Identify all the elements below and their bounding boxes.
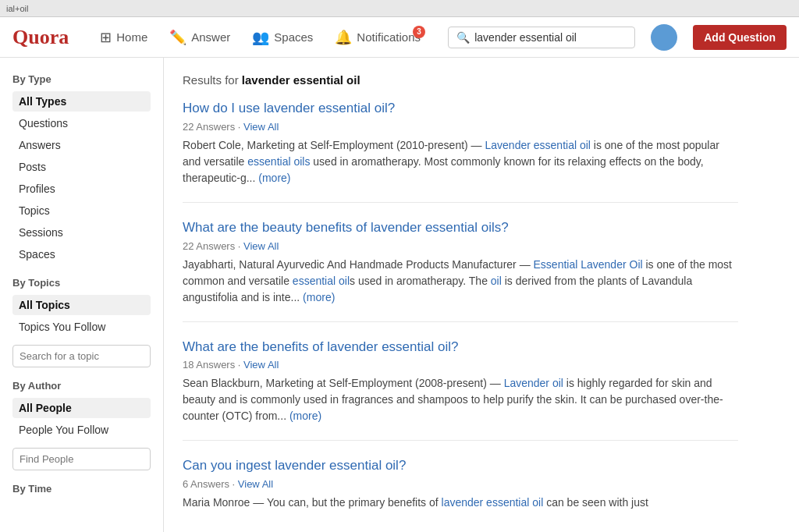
author-filter-list: All PeoplePeople You Follow <box>12 398 151 440</box>
highlight-link[interactable]: essential <box>293 275 339 287</box>
home-nav-item[interactable]: ⊞ Home <box>91 24 157 51</box>
tab-title: ial+oil <box>6 4 28 13</box>
highlight-link[interactable]: Essential Lavender Oil <box>534 258 643 271</box>
result-snippet: Maria Monroe — You can, but the primary … <box>183 495 738 511</box>
result-meta: 18 Answers · View All <box>183 359 738 371</box>
topic-filter-list: All TopicsTopics You Follow <box>12 295 151 337</box>
view-all-link[interactable]: View All <box>243 121 279 133</box>
answer-label: Answer <box>191 30 230 44</box>
highlight-link[interactable]: Lavender oil <box>504 377 563 389</box>
more-link[interactable]: (more) <box>258 172 290 184</box>
search-icon: 🔍 <box>456 31 470 44</box>
sidebar-author-item[interactable]: People You Follow <box>12 420 151 440</box>
sidebar-type-item[interactable]: Profiles <box>12 179 151 199</box>
sidebar-type-item[interactable]: Sessions <box>12 222 151 243</box>
more-link[interactable]: (more) <box>303 291 335 303</box>
result-item: What are the beauty benefits of lavender… <box>183 218 738 322</box>
home-icon: ⊞ <box>100 29 112 46</box>
sidebar-type-item[interactable]: Questions <box>12 113 151 133</box>
sidebar-topic-item[interactable]: Topics You Follow <box>12 317 151 337</box>
answer-nav-item[interactable]: ✏️ Answer <box>160 24 240 51</box>
spaces-nav-item[interactable]: 👥 Spaces <box>243 24 322 51</box>
by-time-title: By Time <box>12 483 151 495</box>
sidebar-type-item[interactable]: Topics <box>12 200 151 221</box>
avatar[interactable] <box>651 24 677 51</box>
result-meta: 22 Answers · View All <box>183 240 738 252</box>
result-item: Can you ingest lavender essential oil?6 … <box>183 456 738 527</box>
highlight-link[interactable]: oil <box>339 275 350 287</box>
result-title[interactable]: What are the benefits of lavender essent… <box>183 338 738 356</box>
results-search-term: lavender essential oil <box>242 73 360 87</box>
result-snippet: Sean Blackburn, Marketing at Self-Employ… <box>183 375 738 424</box>
result-item: How do I use lavender essential oil?22 A… <box>183 99 738 203</box>
spaces-icon: 👥 <box>252 29 269 46</box>
result-title[interactable]: Can you ingest lavender essential oil? <box>183 456 738 475</box>
results-header-prefix: Results for <box>183 73 242 87</box>
content-area: Results for lavender essential oil How d… <box>164 58 757 532</box>
result-item: What are the benefits of lavender essent… <box>183 338 738 442</box>
search-box[interactable]: 🔍 <box>448 27 635 48</box>
notifications-nav-item[interactable]: 🔔 Notifications 3 <box>325 24 430 51</box>
result-meta: 22 Answers · View All <box>183 121 738 133</box>
by-author-title: By Author <box>12 380 151 392</box>
home-label: Home <box>116 30 147 44</box>
search-input[interactable] <box>474 31 627 44</box>
sidebar-topic-item[interactable]: All Topics <box>12 295 151 315</box>
type-filter-list: All TypesQuestionsAnswersPostsProfilesTo… <box>12 91 151 264</box>
sidebar-author-item[interactable]: All People <box>12 398 151 418</box>
main-container: By Type All TypesQuestionsAnswersPostsPr… <box>0 58 799 532</box>
results-header: Results for lavender essential oil <box>183 73 738 87</box>
quora-logo[interactable]: Quora <box>12 26 69 49</box>
result-title[interactable]: How do I use lavender essential oil? <box>183 99 738 118</box>
by-topics-title: By Topics <box>12 277 151 289</box>
topic-search-input[interactable] <box>12 345 151 367</box>
result-title[interactable]: What are the beauty benefits of lavender… <box>183 218 738 237</box>
nav-items: ⊞ Home ✏️ Answer 👥 Spaces 🔔 Notification… <box>91 24 432 51</box>
result-snippet: Robert Cole, Marketing at Self-Employmen… <box>183 137 738 186</box>
more-link[interactable]: (more) <box>289 410 321 422</box>
view-all-link[interactable]: View All <box>238 478 273 490</box>
sidebar-type-item[interactable]: All Types <box>12 91 151 112</box>
sidebar-type-item[interactable]: Posts <box>12 157 151 177</box>
view-all-link[interactable]: View All <box>243 359 279 371</box>
sidebar-type-item[interactable]: Spaces <box>12 244 151 264</box>
tab-bar: ial+oil <box>0 0 799 17</box>
answer-icon: ✏️ <box>169 29 186 46</box>
find-people-input[interactable] <box>12 448 151 470</box>
notifications-icon: 🔔 <box>335 29 352 46</box>
navbar: Quora ⊞ Home ✏️ Answer 👥 Spaces 🔔 Notifi… <box>0 17 799 58</box>
spaces-label: Spaces <box>274 30 313 44</box>
result-snippet: Jayabharti, Natural Ayurvedic And Handma… <box>183 257 738 306</box>
results-list: How do I use lavender essential oil?22 A… <box>183 99 738 527</box>
add-question-button[interactable]: Add Question <box>693 25 787 50</box>
notification-badge: 3 <box>413 26 425 38</box>
highlight-link[interactable]: lavender essential oil <box>442 496 544 509</box>
view-all-link[interactable]: View All <box>243 240 279 252</box>
highlight-link[interactable]: Lavender essential oil <box>485 139 591 151</box>
highlight-link[interactable]: essential oils <box>247 155 310 168</box>
highlight-link[interactable]: oil <box>491 275 502 287</box>
sidebar: By Type All TypesQuestionsAnswersPostsPr… <box>0 58 164 532</box>
result-meta: 6 Answers · View All <box>183 478 738 490</box>
by-type-title: By Type <box>12 73 151 85</box>
sidebar-type-item[interactable]: Answers <box>12 135 151 155</box>
notifications-label: Notifications <box>357 30 421 44</box>
